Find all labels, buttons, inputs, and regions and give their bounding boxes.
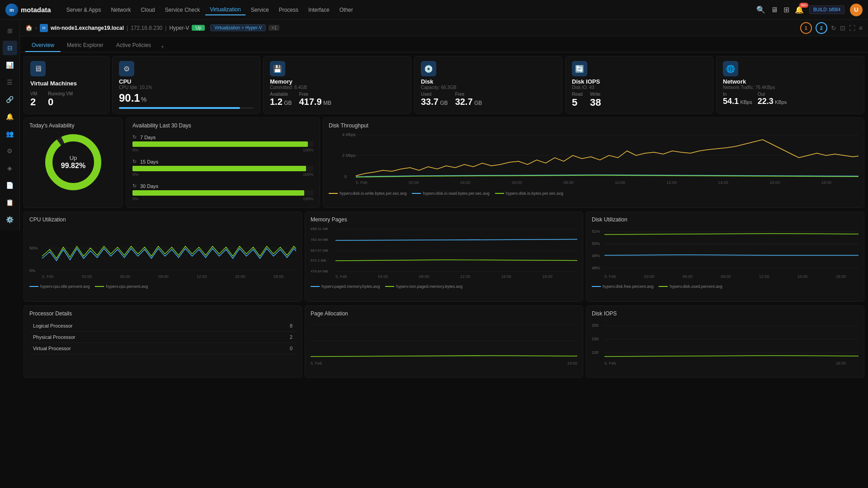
breadcrumb-left: 🏠 › H win-node1.exchange19.local | 172.1… [25,24,205,32]
network-card: 🌐 Network Network Traffic: 76.4KBps In 5… [716,56,864,114]
svg-text:50%: 50% [29,246,38,250]
nav-item-interface[interactable]: Interface [304,5,334,15]
nav-item-service[interactable]: Service [246,5,274,15]
cpu-icon: ⚙ [119,61,134,76]
today-avail-title: Today's Availability [29,122,117,129]
host-sep: | [127,25,128,31]
vm-card-values: VM 2 Running VM 0 [30,91,103,108]
menu-icon[interactable]: ≡ [859,24,863,32]
vm-card-icon: 🖥 [30,61,46,76]
disk-iops-chart-panel: Disk IOPS 200 150 100 5. Feb18:00 [586,305,864,378]
nav-item-service-check[interactable]: Service Check [160,5,204,15]
iops-read-value: 5 [572,97,577,108]
sidebar-icon-home[interactable]: ⊟ [3,41,17,55]
sidebar-icon-expand[interactable]: ⊞ [3,23,17,38]
svg-text:100: 100 [592,350,599,355]
mem-avail-label: Available [270,92,292,97]
logical-processor-label: Logical Processor [29,320,251,332]
nav-item-network[interactable]: Network [106,5,135,15]
sidebar-icon-gear[interactable]: ⚙️ [3,212,17,227]
monitor-icon[interactable]: 🖥 [771,6,778,14]
disk-free-value: 32.7 [455,97,473,107]
nav-item-virtualization[interactable]: Virtualization [205,5,245,15]
host-type: Hyper-V [169,25,189,31]
cpu-util-panel: CPU Utilization 50% 0% 5. Feb03:0006:000… [24,211,302,302]
search-icon[interactable]: 🔍 [756,5,765,14]
sidebar-icon-settings[interactable]: ⚙ [3,144,17,158]
svg-text:572.2 MB: 572.2 MB [311,258,326,263]
memory-title: Memory [270,78,405,85]
disk-free-label: Free [455,92,482,97]
nav-item-cloud[interactable]: Cloud [136,5,159,15]
disk-util-panel: Disk Utilization 51% 50% 49% 48% [586,211,864,302]
cpu-card: ⚙ CPU CPU Idle: 10.1% 90.1 % [112,56,260,114]
bottom-row: Processor Details Logical Processor 8 Ph… [24,305,864,378]
svg-text:200: 200 [592,323,599,328]
iops-write-value: 38 [590,97,601,108]
disk-util-title: Disk Utilization [592,216,859,223]
refresh-icon[interactable]: ↻ [831,24,836,32]
cpu-util-chart: 50% 0% 5. Feb03:0006:0009:0012:0015:0018… [29,225,296,283]
avail-7-label: 7 Days [140,135,156,140]
avail-15-bar-bg [132,166,313,171]
grid-icon[interactable]: ⊞ [783,5,789,14]
mem-free-unit: MB [323,100,331,106]
disk-iops-card: 🔄 Disk IOPS Disk IO: 43 Read 5 Write 38 [565,56,713,114]
cpu-unit: % [141,96,146,103]
circle-btn-2[interactable]: 2 [816,22,827,34]
net-in-unit: KBps [740,99,752,105]
circle-btn-1[interactable]: 1 [800,22,812,34]
sidebar-icon-cube[interactable]: ◈ [3,161,17,175]
expand-icon[interactable]: ⊡ [840,24,845,32]
svg-text:150: 150 [592,337,599,341]
avail-15-row: ↻ 15 Days 0%100% [132,159,313,177]
sidebar-icon-doc2[interactable]: 📋 [3,195,17,210]
memory-icon: 💾 [270,61,285,76]
main-content: 🖥 Virtual Machines VM 2 Running VM 0 ⚙ C… [20,52,868,488]
avail-30-bar-fill [132,190,304,196]
vm-card-header: 🖥 [30,61,103,76]
avatar[interactable]: U [850,4,863,16]
sidebar-icon-people[interactable]: 👥 [3,127,17,141]
running-vm-value: 0 [48,96,73,108]
nav-item-servers[interactable]: Server & Apps [62,5,106,15]
sidebar-icon-network[interactable]: 🔗 [3,92,17,107]
charts-row-1: CPU Utilization 50% 0% 5. Feb03:0006:000… [24,211,864,302]
cpu-title: CPU [119,78,254,85]
sidebar-icon-bell[interactable]: 🔔 [3,109,17,124]
notification-bell[interactable]: 🔔 99+ [795,5,804,14]
disk-free-unit: GB [474,100,482,106]
tab-add-button[interactable]: + [157,42,168,52]
table-row: Logical Processor 8 [29,320,296,332]
nav-item-process[interactable]: Process [274,5,303,15]
home-icon[interactable]: 🏠 [25,24,33,31]
svg-text:476.84 MB: 476.84 MB [311,269,328,273]
svg-text:50%: 50% [592,241,600,246]
cpu-value-row: 90.1 % [119,92,254,104]
breadcrumb-right: 1 2 ↻ ⊡ ⛶ ≡ [800,22,863,34]
sidebar-icon-list[interactable]: ☰ [3,75,17,89]
svg-text:0%: 0% [29,268,35,273]
table-row: Physical Processor 2 [29,332,296,343]
fullscreen-icon[interactable]: ⛶ [849,24,855,32]
avail-30-row: ↻ 30 Days 0%100% [132,183,313,201]
hyper-v-icon: H [40,24,48,32]
mem-free-value: 417.9 [299,97,322,107]
sidebar-icon-doc[interactable]: 📄 [3,178,17,192]
notification-badge: 99+ [799,3,808,8]
network-values: In 54.1 KBps Out 22.3 KBps [723,92,858,106]
net-in-label: In [723,92,752,97]
svg-text:0: 0 [344,174,347,179]
nav-item-other[interactable]: Other [335,5,358,15]
tab-overview[interactable]: Overview [25,39,61,52]
tab-metric-explorer[interactable]: Metric Explorer [61,39,110,52]
tab-active-policies[interactable]: Active Policies [110,39,157,52]
net-in-value: 54.1 [723,97,739,106]
sidebar-icon-chart[interactable]: 📊 [3,58,17,72]
top-bar: m motadata Server & Apps Network Cloud S… [0,0,868,20]
vm-card: 🖥 Virtual Machines VM 2 Running VM 0 [24,56,109,114]
breadcrumb-bar: 🏠 › H win-node1.exchange19.local | 172.1… [20,20,868,36]
host-name: win-node1.exchange19.local [51,25,124,31]
disk-icon: 💿 [421,61,436,76]
network-subtitle: Network Traffic: 76.4KBps [723,85,858,90]
